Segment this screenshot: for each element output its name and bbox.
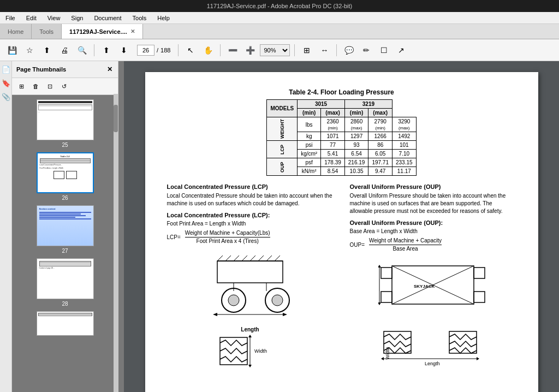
menu-edit[interactable]: Edit bbox=[24, 14, 39, 22]
insert-page-button[interactable]: ⊡ bbox=[44, 80, 56, 92]
oup-desc: Overall Uniform Pressure should be taken… bbox=[350, 192, 516, 215]
oup-formula-heading: Overall Uniform Pressure (OUP): bbox=[350, 219, 516, 226]
weight-header: WEIGHT bbox=[267, 117, 298, 141]
lcp-fraction: Weight of Machine + Capacity(Lbs) Foot P… bbox=[185, 230, 270, 245]
menu-sign[interactable]: Sign bbox=[69, 14, 85, 22]
val-kg-max1: 1297 bbox=[344, 132, 368, 141]
zoom-select[interactable]: 90% 100% 75% 50% 125% 150% bbox=[260, 44, 290, 56]
sidebar-scrollbar-thumb[interactable] bbox=[114, 105, 118, 132]
thumb-content-26: Table 2-4 Local Concentrated Pressure...… bbox=[38, 153, 93, 192]
save-button[interactable]: 💾 bbox=[4, 43, 20, 58]
toolbar: 💾 ☆ ⬆ 🖨 🔍 ⬆ ⬇ / 188 ↖ ✋ ➖ ➕ 90% 100% 75%… bbox=[0, 39, 559, 61]
oup-fraction: Weight of Machine + Capacity Base Area bbox=[369, 237, 442, 252]
left-strip: 📄 🔖 📎 bbox=[0, 61, 12, 392]
menu-help[interactable]: Help bbox=[155, 14, 172, 22]
page-number-input[interactable] bbox=[137, 45, 154, 56]
menu-view[interactable]: View bbox=[45, 14, 63, 22]
upload-button[interactable]: ⬆ bbox=[39, 43, 55, 58]
sidebar: Page Thumbnails ✕ ⊞ 🗑 ⊡ ↺ bbox=[12, 61, 118, 392]
thumbnail-26[interactable]: Table 2-4 Local Concentrated Pressure...… bbox=[37, 152, 94, 201]
svg-marker-33 bbox=[378, 265, 381, 268]
share-button[interactable]: ↗ bbox=[394, 43, 409, 58]
oup-diagram: SKYJACK bbox=[350, 258, 516, 367]
thumb-img-25[interactable]: ··· bbox=[37, 99, 94, 140]
lcp-column: Local Concentrated Pressure (LCP) Local … bbox=[167, 183, 334, 367]
thumbnail-25[interactable]: ··· 25 bbox=[37, 99, 94, 148]
zoom-in-button[interactable]: ➕ bbox=[242, 43, 258, 58]
lcp-formula1: Foot Print Area = Length x Width bbox=[167, 221, 334, 227]
val-lbs-max2: 3290(max) bbox=[392, 117, 416, 132]
fit-width-button[interactable]: ↔ bbox=[317, 43, 332, 58]
page-separator: / bbox=[157, 47, 158, 54]
document-page: Table 2-4. Floor Loading Pressure MODELS… bbox=[145, 72, 538, 392]
zoom-out-button[interactable]: ➖ bbox=[225, 43, 240, 58]
thumb-label-25: 25 bbox=[62, 142, 68, 148]
oup-formula2: OUP= Weight of Machine + Capacity Base A… bbox=[350, 237, 516, 252]
unit-knm2: kN/m² bbox=[298, 167, 321, 176]
svg-marker-22 bbox=[248, 365, 252, 367]
delete-page-button[interactable]: 🗑 bbox=[29, 80, 41, 92]
select-tool-button[interactable]: ↖ bbox=[183, 43, 198, 58]
rotate-page-button[interactable]: ↺ bbox=[58, 80, 70, 92]
svg-marker-40 bbox=[477, 357, 479, 360]
separator2 bbox=[178, 44, 179, 56]
separator4 bbox=[294, 44, 295, 56]
svg-line-3 bbox=[225, 256, 231, 261]
val-knm2-min1: 8.54 bbox=[321, 167, 345, 176]
fit-page-button[interactable]: ⊞ bbox=[299, 43, 314, 58]
svg-line-7 bbox=[258, 256, 264, 261]
thumb-img-27[interactable]: Section content bbox=[37, 205, 94, 246]
menu-file[interactable]: File bbox=[3, 14, 17, 22]
sidebar-collapse-handle[interactable]: ◀ bbox=[118, 216, 118, 237]
svg-rect-30 bbox=[474, 292, 485, 302]
thumb-img-26[interactable]: Table 2-4 Local Concentrated Pressure...… bbox=[37, 152, 94, 193]
val-knm2-max2: 11.17 bbox=[392, 167, 416, 176]
prev-page-button[interactable]: ⬆ bbox=[99, 43, 114, 58]
th-max1: (max) bbox=[321, 109, 345, 117]
document-content[interactable]: Table 2-4. Floor Loading Pressure MODELS… bbox=[124, 61, 559, 392]
highlight-button[interactable]: ☐ bbox=[376, 43, 391, 58]
svg-line-8 bbox=[266, 256, 272, 261]
next-page-button[interactable]: ⬇ bbox=[116, 43, 132, 58]
sidebar-close-icon[interactable]: ✕ bbox=[106, 64, 114, 74]
menu-document[interactable]: Document bbox=[92, 14, 123, 22]
floor-loading-table: Table 2-4. Floor Loading Pressure MODELS… bbox=[266, 88, 416, 176]
tire-side-diagram bbox=[201, 250, 299, 326]
bookmark-button[interactable]: ☆ bbox=[22, 43, 37, 58]
svg-marker-34 bbox=[378, 302, 381, 305]
val-psi-min2: 86 bbox=[368, 141, 393, 150]
menu-tools[interactable]: Tools bbox=[130, 14, 149, 22]
comment-button[interactable]: 💬 bbox=[341, 43, 356, 58]
oup-column: Overall Uniform Pressure (OUP) Overall U… bbox=[350, 183, 516, 367]
close-icon[interactable]: ✕ bbox=[130, 28, 135, 34]
sidebar-header: Page Thumbnails ✕ bbox=[12, 61, 118, 78]
thumbnail-28[interactable]: Content of page 28... 28 bbox=[37, 258, 94, 307]
search-button[interactable]: 🔍 bbox=[74, 43, 90, 58]
page-icon[interactable]: 📄 bbox=[2, 66, 10, 74]
sidebar-scrollbar[interactable] bbox=[114, 94, 118, 392]
th-3219: 3219 bbox=[344, 100, 392, 109]
thumbnail-view-button[interactable]: ⊞ bbox=[15, 80, 27, 92]
thumbnail-27[interactable]: Section content 27 bbox=[37, 205, 94, 254]
unit-kg: kg bbox=[298, 132, 321, 141]
thumb-img-29[interactable] bbox=[37, 311, 94, 336]
svg-text:Width: Width bbox=[385, 347, 390, 359]
thumb-label-28: 28 bbox=[62, 301, 68, 307]
oup-numerator: Weight of Machine + Capacity bbox=[369, 237, 442, 245]
print-button[interactable]: 🖨 bbox=[57, 43, 72, 58]
bookmark-strip-icon[interactable]: 🔖 bbox=[2, 79, 10, 87]
thumbnail-29[interactable] bbox=[37, 311, 94, 336]
attachment-icon[interactable]: 📎 bbox=[2, 93, 10, 101]
lcp-diagram: Length Wid bbox=[167, 250, 334, 367]
tab-tools[interactable]: Tools bbox=[32, 24, 62, 39]
unit-psi: psi bbox=[298, 141, 321, 150]
thumb-img-28[interactable]: Content of page 28... bbox=[37, 258, 94, 299]
tab-home[interactable]: Home bbox=[0, 24, 32, 39]
pen-button[interactable]: ✏ bbox=[359, 43, 374, 58]
tab-document[interactable]: 117129AJ-Service.... ✕ bbox=[62, 24, 143, 39]
hand-tool-button[interactable]: ✋ bbox=[200, 43, 216, 58]
lcp-denominator: Foot Print Area x 4 (Tires) bbox=[197, 237, 259, 245]
page-nav: / 188 bbox=[137, 45, 170, 56]
main-area: 📄 🔖 📎 Page Thumbnails ✕ ⊞ 🗑 ⊡ ↺ bbox=[0, 61, 559, 392]
separator3 bbox=[220, 44, 221, 56]
